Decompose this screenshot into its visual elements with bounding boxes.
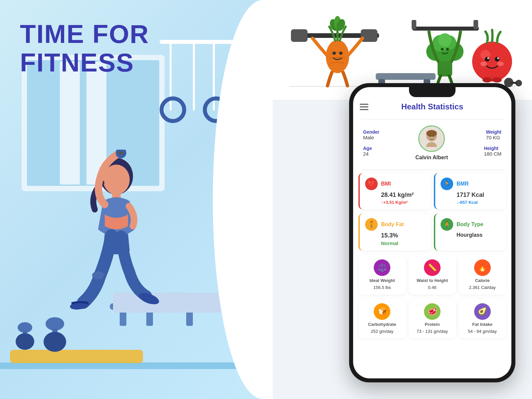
- svg-point-45: [480, 62, 487, 66]
- body-type-card: 🧍 Body Type Hourglass: [434, 213, 506, 251]
- fat-intake-label: Fat Intake: [472, 322, 492, 327]
- profile-divider: [361, 170, 503, 170]
- bmr-title: BMR: [457, 181, 468, 187]
- hamburger-line-3: [360, 109, 368, 110]
- gender-stat: Gender Male: [363, 129, 379, 140]
- calorie-icon: 🔥: [474, 259, 491, 276]
- age-label: Age: [363, 146, 379, 151]
- svg-point-18: [326, 40, 349, 73]
- phone-frame: Health Statistics Gender Male Age: [349, 83, 515, 382]
- phone-screen: Health Statistics Gender Male Age: [353, 87, 511, 378]
- carbohydrate-label: Carbohydrate: [368, 322, 396, 327]
- age-stat: Age 24: [363, 146, 379, 157]
- bmi-change: ↑+3.51 Kg/m²: [365, 200, 425, 205]
- svg-point-47: [482, 77, 492, 82]
- fat-intake-icon: 🥑: [474, 303, 491, 320]
- svg-point-46: [497, 62, 504, 66]
- svg-point-53: [426, 130, 437, 137]
- carbohydrate-value: 252 gm/day: [371, 329, 393, 334]
- svg-point-48: [492, 77, 502, 82]
- profile-section: Gender Male Age 24: [353, 122, 511, 167]
- gender-label: Gender: [363, 129, 379, 135]
- ideal-weight-value: 156.5 lbs: [373, 285, 391, 290]
- ideal-weight-card: ⚖️ Ideal Weight 156.5 lbs: [358, 255, 406, 295]
- phone-mockup: Health Statistics Gender Male Age: [349, 83, 522, 389]
- svg-point-54: [429, 135, 431, 137]
- ideal-weight-icon: ⚖️: [374, 259, 390, 276]
- ring-rope-2: [193, 44, 195, 110]
- hamburger-line-2: [360, 106, 368, 107]
- svg-rect-24: [376, 73, 436, 80]
- bmi-icon: ❤️: [365, 178, 378, 190]
- svg-rect-29: [473, 20, 478, 29]
- main-title: TIME FOR FITNESS: [20, 20, 149, 77]
- svg-point-43: [487, 58, 489, 59]
- header-divider: [361, 119, 503, 119]
- bottom-row-2: 🍞 Carbohydrate 252 gm/day 🥩 Protein 73 -…: [353, 299, 511, 338]
- protein-card: 🥩 Protein 73 - 131 gm/day: [409, 299, 456, 338]
- weight-stat: Weight 70 KG: [486, 129, 501, 140]
- fat-intake-card: 🥑 Fat Intake 54 - 94 gm/day: [459, 299, 506, 338]
- phone-content: Health Statistics Gender Male Age: [353, 87, 511, 378]
- body-type-icon: 🧍: [441, 218, 453, 231]
- menu-button[interactable]: [360, 104, 368, 110]
- bmr-change: ↓-657 Kcal: [441, 200, 501, 205]
- body-fat-icon: 🧍: [365, 218, 378, 231]
- svg-rect-10: [118, 152, 124, 154]
- svg-point-41: [485, 57, 489, 62]
- age-value: 24: [363, 151, 379, 157]
- ring-rope-4: [236, 44, 238, 110]
- gym-ring-1: [160, 96, 186, 123]
- app-title: Health Statistics: [401, 102, 464, 111]
- svg-point-39: [472, 42, 512, 81]
- calorie-label: Calorie: [475, 278, 490, 283]
- svg-point-2: [16, 333, 34, 350]
- weight-label: Weight: [486, 129, 501, 135]
- hamburger-line-1: [360, 104, 368, 105]
- gender-value: Male: [363, 135, 379, 140]
- ideal-weight-label: Ideal Weight: [369, 278, 395, 283]
- left-panel: TIME FOR FITNESS: [0, 0, 273, 399]
- waist-height-icon: 📏: [424, 259, 441, 276]
- phone-notch: [409, 87, 456, 97]
- bmi-bmr-row: ❤️ BMI 28.41 kg/m² ↑+3.51 Kg/m² 🏃: [358, 173, 506, 209]
- body-fat-value: 15.3%: [365, 232, 425, 239]
- svg-rect-27: [412, 27, 479, 31]
- title-line1: TIME FOR: [20, 20, 149, 49]
- protein-icon: 🥩: [424, 303, 441, 320]
- protein-value: 73 - 131 gm/day: [417, 329, 448, 334]
- svg-rect-17: [361, 29, 377, 42]
- bmr-icon-row: 🏃 BMR: [441, 178, 501, 190]
- protein-label: Protein: [425, 322, 440, 327]
- body-type-value: Hourglass: [441, 232, 501, 238]
- svg-rect-28: [412, 20, 416, 29]
- bmi-icon-row: ❤️ BMI: [365, 178, 425, 190]
- svg-point-22: [332, 52, 336, 55]
- profile-avatar-container: Calvin Albert: [415, 125, 448, 161]
- svg-point-36: [438, 33, 452, 47]
- bmi-value: 28.41 kg/m²: [365, 192, 425, 199]
- body-fat-sub: Normal: [365, 240, 425, 246]
- profile-left-stats: Gender Male Age 24: [363, 129, 379, 157]
- height-stat: Height 180 CM: [484, 146, 501, 157]
- svg-point-44: [497, 58, 499, 59]
- svg-point-23: [339, 52, 342, 55]
- bodytype-icon-row: 🧍 Body Type: [441, 218, 501, 231]
- woman-figure: [47, 150, 173, 366]
- waist-height-value: 0.46: [428, 285, 436, 290]
- bmi-card: ❤️ BMI 28.41 kg/m² ↑+3.51 Kg/m²: [358, 173, 431, 209]
- profile-name: Calvin Albert: [415, 155, 448, 161]
- svg-point-13: [92, 271, 104, 279]
- fat-intake-value: 54 - 94 gm/day: [468, 329, 497, 334]
- waist-height-label: Waist to Height: [417, 278, 448, 283]
- height-value: 180 CM: [484, 151, 501, 157]
- svg-point-42: [495, 57, 499, 62]
- svg-point-0: [18, 322, 32, 333]
- body-type-title: Body Type: [457, 221, 483, 227]
- bmr-icon: 🏃: [441, 178, 453, 190]
- weight-value: 70 KG: [486, 135, 501, 140]
- carbohydrate-icon: 🍞: [374, 303, 390, 320]
- avatar: [418, 125, 445, 152]
- bottom-row-1: ⚖️ Ideal Weight 156.5 lbs 📏 Waist to Hei…: [353, 255, 511, 295]
- bmi-title: BMI: [381, 181, 391, 187]
